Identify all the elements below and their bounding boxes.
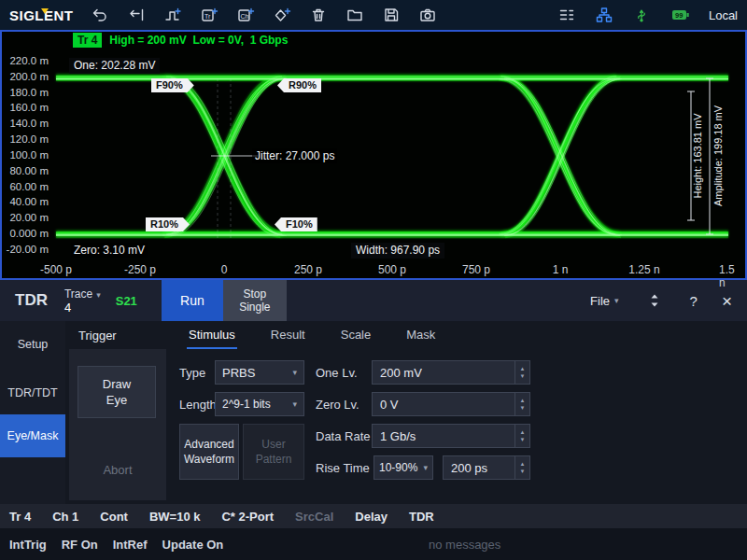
tab-mask[interactable]: Mask bbox=[404, 321, 437, 349]
length-dropdown[interactable]: 2^9-1 bits ▾ bbox=[215, 392, 304, 416]
trace-badge[interactable]: Tr 4 bbox=[73, 33, 102, 48]
close-icon[interactable]: × bbox=[722, 292, 732, 310]
y-axis-label: 60.00 m bbox=[0, 181, 49, 192]
rise-time-value: 200 ps bbox=[451, 461, 487, 475]
status-item[interactable]: Delay bbox=[355, 510, 388, 524]
advanced-waveform-button[interactable]: Advanced Waveform bbox=[179, 424, 239, 480]
sidebar-item-setup[interactable]: Setup bbox=[0, 330, 65, 358]
one-level-stepper[interactable]: ▲▼ bbox=[514, 361, 529, 384]
sidebar-item-tdr-tdt[interactable]: TDR/TDT bbox=[0, 379, 65, 407]
usb-icon[interactable] bbox=[630, 4, 653, 26]
y-axis-label: 100.0 m bbox=[0, 149, 49, 161]
status-item[interactable]: C* 2-Port bbox=[221, 510, 274, 524]
menu-icon[interactable] bbox=[556, 4, 578, 26]
status-item[interactable]: TDR bbox=[409, 510, 434, 524]
screenshot-icon[interactable] bbox=[416, 4, 439, 26]
battery-icon[interactable]: 99 bbox=[668, 4, 694, 26]
tab-stimulus[interactable]: Stimulus bbox=[187, 321, 237, 349]
expand-collapse-icon[interactable] bbox=[643, 289, 666, 312]
eye-trace-layer bbox=[56, 76, 728, 237]
eye-diagram-plot[interactable]: 220.0 m200.0 m180.0 m160.0 m140.0 m120.0… bbox=[0, 30, 747, 280]
rise-time-label: Rise Time bbox=[316, 461, 370, 475]
trace-header: Tr 4 High = 200 mV Low = 0V, 1 Gbps bbox=[73, 33, 288, 48]
rise-time-range-value: 10-90% bbox=[379, 461, 417, 474]
chevron-down-icon: ▾ bbox=[292, 399, 297, 409]
trigger-tab[interactable]: Trigger bbox=[78, 329, 117, 343]
x-axis-label: 500 p bbox=[378, 263, 406, 276]
rise-time-range-dropdown[interactable]: 10-90% ▾ bbox=[374, 455, 433, 480]
width-readout: Width: 967.90 ps bbox=[351, 243, 444, 259]
one-level-input[interactable]: 200 mV ▲▼ bbox=[372, 360, 530, 385]
jitter-readout: Jitter: 27.000 ps bbox=[252, 148, 337, 163]
panel-header: TDR Trace▾ 4 S21 Run Stop Single File ▾ … bbox=[0, 280, 747, 321]
one-level-readout: One: 202.28 mV bbox=[69, 58, 160, 74]
trace-header-readout: High = 200 mV Low = 0V, 1 Gbps bbox=[109, 34, 288, 47]
add-trace-icon[interactable]: Tr bbox=[198, 4, 220, 26]
draw-label: Draw bbox=[103, 376, 131, 392]
channel-status-bar: Tr 4Ch 1ContBW=10 kC* 2-PortSrcCalDelayT… bbox=[0, 504, 747, 528]
toolbar-right-group: 99 Local bbox=[556, 4, 738, 26]
tab-result[interactable]: Result bbox=[269, 321, 307, 349]
zero-level-value: 0 V bbox=[380, 398, 399, 412]
system-status-bar: IntTrigRF OnIntRefUpdate On no messages bbox=[0, 528, 747, 560]
draw-eye-button[interactable]: Draw Eye bbox=[78, 366, 156, 418]
y-axis-label: 180.0 m bbox=[0, 87, 49, 98]
run-button[interactable]: Run bbox=[162, 280, 223, 321]
footer-status-item: Update On bbox=[162, 538, 224, 552]
y-axis-label: 220.0 m bbox=[0, 55, 49, 66]
zero-level-input[interactable]: 0 V ▲▼ bbox=[372, 392, 530, 416]
status-item[interactable]: SrcCal bbox=[295, 510, 333, 524]
top-toolbar: SIGLENT Tr Ch bbox=[0, 0, 747, 30]
x-axis-label: 750 p bbox=[462, 263, 490, 276]
status-item[interactable]: Ch 1 bbox=[52, 510, 78, 524]
local-remote-toggle[interactable]: Local bbox=[709, 8, 738, 22]
status-item[interactable]: Cont bbox=[100, 510, 128, 524]
network-icon[interactable] bbox=[593, 4, 615, 26]
abort-button[interactable]: Abort bbox=[69, 463, 166, 477]
add-channel-icon[interactable]: Ch bbox=[234, 4, 257, 26]
data-rate-stepper[interactable]: ▲▼ bbox=[514, 425, 529, 447]
message-area: no messages bbox=[429, 538, 500, 552]
status-item[interactable]: Tr 4 bbox=[9, 510, 31, 524]
status-item[interactable]: BW=10 k bbox=[149, 510, 201, 524]
delete-icon[interactable] bbox=[307, 4, 330, 26]
help-icon[interactable]: ? bbox=[690, 293, 698, 309]
y-axis-label: 200.0 m bbox=[0, 71, 49, 82]
sidebar-item-eye-mask[interactable]: Eye/Mask bbox=[0, 414, 65, 457]
app-title: TDR bbox=[15, 291, 48, 310]
x-axis-label: 250 p bbox=[294, 263, 322, 276]
type-dropdown[interactable]: PRBS ▾ bbox=[215, 360, 304, 385]
user-label: User bbox=[261, 437, 285, 452]
brand-logo: SIGLENT bbox=[9, 7, 74, 23]
undo-icon[interactable] bbox=[89, 4, 111, 26]
add-step-signal-icon[interactable] bbox=[162, 4, 184, 26]
data-rate-input[interactable]: 1 Gb/s ▲▼ bbox=[372, 424, 530, 448]
x-axis-label: 1 n bbox=[553, 263, 569, 276]
rise-time-stepper[interactable]: ▲▼ bbox=[514, 456, 529, 479]
folder-icon[interactable] bbox=[344, 4, 366, 26]
single-label: Single bbox=[239, 301, 270, 314]
svg-text:Tr: Tr bbox=[204, 13, 211, 20]
f10-marker: F10% bbox=[275, 217, 317, 231]
system-status-items: IntTrigRF OnIntRefUpdate On bbox=[9, 538, 223, 552]
sparam-indicator[interactable]: S21 bbox=[116, 294, 137, 308]
stop-single-button[interactable]: Stop Single bbox=[223, 280, 287, 321]
trace-selector-dropdown[interactable]: Trace▾ 4 bbox=[64, 287, 101, 315]
type-value: PRBS bbox=[222, 366, 255, 380]
toolbar-icon-group: Tr Ch bbox=[89, 4, 439, 26]
length-value: 2^9-1 bits bbox=[222, 398, 271, 411]
save-icon[interactable] bbox=[380, 4, 402, 26]
tab-scale[interactable]: Scale bbox=[339, 321, 374, 349]
recall-icon[interactable] bbox=[125, 4, 148, 26]
waveform-label: Waveform bbox=[184, 452, 234, 467]
chevron-down-icon: ▾ bbox=[614, 296, 619, 305]
file-menu[interactable]: File ▾ bbox=[590, 294, 618, 308]
user-pattern-button[interactable]: User Pattern bbox=[243, 424, 304, 480]
amplitude-readout: Amplitude: 199.18 mV bbox=[712, 105, 724, 206]
control-panel: TDR Trace▾ 4 S21 Run Stop Single File ▾ … bbox=[0, 280, 747, 504]
one-level-value: 200 mV bbox=[380, 366, 422, 380]
rise-time-input[interactable]: 200 ps ▲▼ bbox=[443, 455, 530, 480]
add-marker-icon[interactable] bbox=[271, 4, 293, 26]
y-axis-label: 160.0 m bbox=[0, 102, 49, 113]
zero-level-stepper[interactable]: ▲▼ bbox=[514, 393, 529, 415]
